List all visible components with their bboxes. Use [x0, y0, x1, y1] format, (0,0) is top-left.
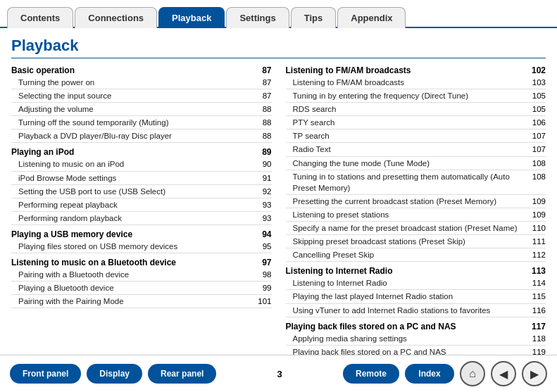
forward-icon-btn[interactable]: ▶	[522, 361, 547, 386]
list-item[interactable]: Skipping preset broadcast stations (Pres…	[286, 235, 546, 248]
section-internet-radio: Listening to Internet Radio 113	[286, 266, 546, 276]
list-item[interactable]: Playing files stored on USB memory devic…	[11, 240, 272, 253]
tab-bar: Contents Connections Playback Settings T…	[0, 0, 557, 28]
front-panel-btn[interactable]: Front panel	[10, 364, 81, 384]
list-item[interactable]: Turning the power on87	[11, 76, 272, 89]
section-usb: Playing a USB memory device 94	[11, 229, 272, 239]
page-title: Playback	[11, 37, 546, 58]
list-item[interactable]: PTY search106	[286, 116, 546, 129]
list-item[interactable]: Setting the USB port to use (USB Select)…	[11, 185, 272, 198]
list-item[interactable]: iPod Browse Mode settings91	[11, 172, 272, 185]
bottom-right-nav: Remote Index ⌂ ◀ ▶	[343, 361, 547, 386]
list-item[interactable]: Specify a name for the preset broadcast …	[286, 222, 546, 235]
bottom-left-nav: Front panel Display Rear panel	[10, 364, 216, 384]
list-item[interactable]: Listening to preset stations109	[286, 208, 546, 222]
tab-settings[interactable]: Settings	[226, 7, 289, 28]
list-item[interactable]: Listening to music on an iPod90	[11, 158, 272, 171]
section-bluetooth: Listening to music on a Bluetooth device…	[11, 258, 272, 267]
list-item[interactable]: Playback a DVD player/Blu-ray Disc playe…	[11, 129, 272, 143]
list-item[interactable]: RDS search105	[286, 103, 546, 116]
list-item[interactable]: Listening to Internet Radio114	[286, 277, 546, 290]
list-item[interactable]: Playing back files stored on a PC and NA…	[286, 346, 546, 355]
list-item[interactable]: Radio Text107	[286, 143, 546, 156]
tab-tips[interactable]: Tips	[291, 7, 337, 28]
main-content: Playback Basic operation 87 Turning the …	[0, 28, 557, 355]
list-item[interactable]: Turning off the sound temporarily (Mutin…	[11, 116, 272, 129]
list-item[interactable]: Tuning in to stations and presetting the…	[286, 170, 546, 195]
list-item[interactable]: Playing the last played Internet Radio s…	[286, 290, 546, 303]
list-item[interactable]: Playing a Bluetooth device99	[11, 282, 272, 295]
section-ipod: Playing an iPod 89	[11, 147, 272, 157]
right-column: Listening to FM/AM broadcasts 102 Listen…	[286, 65, 546, 355]
section-pc-nas: Playing back files stored on a PC and NA…	[286, 322, 546, 331]
list-item[interactable]: Listening to FM/AM broadcasts103	[286, 76, 546, 89]
list-item[interactable]: Changing the tune mode (Tune Mode)108	[286, 157, 546, 170]
back-icon-btn[interactable]: ◀	[491, 361, 516, 386]
display-btn[interactable]: Display	[87, 364, 142, 384]
list-item[interactable]: Using vTuner to add Internet Radio stati…	[286, 304, 546, 317]
tab-contents[interactable]: Contents	[7, 7, 73, 28]
tab-playback[interactable]: Playback	[158, 7, 225, 28]
rear-panel-btn[interactable]: Rear panel	[148, 364, 216, 384]
list-item[interactable]: Performing repeat playback93	[11, 198, 272, 212]
list-item[interactable]: Selecting the input source87	[11, 89, 272, 103]
section-fm-am: Listening to FM/AM broadcasts 102	[286, 65, 546, 75]
index-btn[interactable]: Index	[405, 364, 454, 384]
home-icon: ⌂	[469, 367, 476, 380]
list-item[interactable]: Performing random playback93	[11, 212, 272, 225]
toc-columns: Basic operation 87 Turning the power on8…	[11, 65, 546, 355]
section-basic-operation: Basic operation 87	[11, 65, 272, 75]
list-item[interactable]: Pairing with the Pairing Mode101	[11, 295, 272, 308]
list-item[interactable]: Pairing with a Bluetooth device98	[11, 268, 272, 282]
list-item[interactable]: Cancelling Preset Skip112	[286, 248, 546, 262]
list-item[interactable]: Presetting the current broadcast station…	[286, 195, 546, 208]
list-item[interactable]: TP search107	[286, 129, 546, 143]
list-item[interactable]: Tuning in by entering the frequency (Dir…	[286, 89, 546, 103]
list-item[interactable]: Applying media sharing settings118	[286, 332, 546, 346]
page-number: 3	[273, 369, 287, 379]
remote-btn[interactable]: Remote	[343, 364, 399, 384]
forward-icon: ▶	[530, 367, 539, 381]
left-column: Basic operation 87 Turning the power on8…	[11, 65, 272, 355]
list-item[interactable]: Adjusting the volume88	[11, 103, 272, 116]
bottom-bar: Front panel Display Rear panel 3 Remote …	[0, 355, 557, 392]
tab-connections[interactable]: Connections	[75, 7, 157, 28]
back-icon: ◀	[499, 367, 508, 381]
tab-appendix[interactable]: Appendix	[337, 7, 406, 28]
home-icon-btn[interactable]: ⌂	[460, 361, 485, 386]
